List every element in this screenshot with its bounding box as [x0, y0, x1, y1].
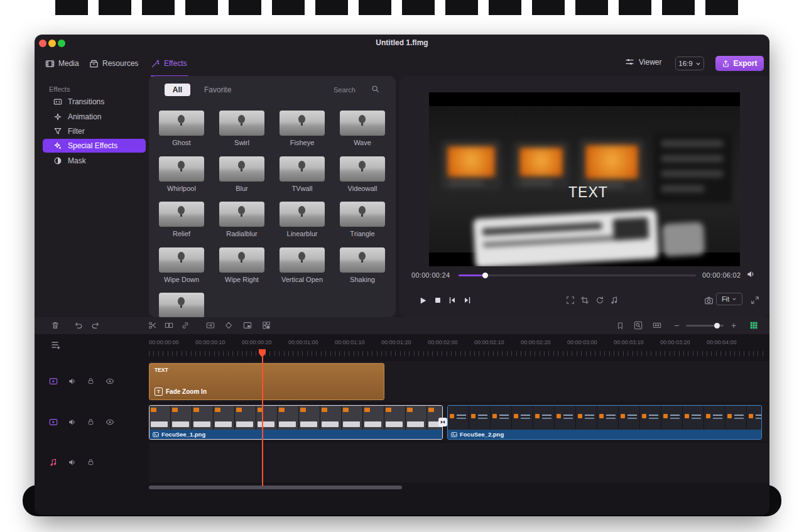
effect-thumbnail[interactable]: [219, 247, 264, 273]
tab-resources[interactable]: Resources: [89, 54, 138, 73]
mute-toggle[interactable]: [68, 458, 77, 467]
effect-thumbnail[interactable]: [340, 156, 385, 182]
fullscreen-icon[interactable]: [749, 294, 761, 307]
effect-card[interactable]: Relief: [159, 202, 204, 237]
film-frame: [235, 406, 256, 430]
transition-handle[interactable]: [438, 418, 447, 426]
effect-thumbnail[interactable]: [280, 247, 325, 273]
crop-icon[interactable]: [579, 294, 591, 307]
timeline-ruler[interactable]: 00:00:00:0000:00:00:1000:00:00:2000:00:0…: [35, 334, 769, 356]
zoom-slider[interactable]: [686, 321, 724, 330]
effect-card[interactable]: TVwall: [280, 156, 325, 192]
lock-toggle[interactable]: [87, 458, 95, 467]
fit-select[interactable]: Fit: [716, 293, 742, 305]
zoom-select-button[interactable]: [631, 318, 645, 332]
pip-button[interactable]: [241, 318, 254, 332]
sidebar-item-animation[interactable]: Animation: [43, 110, 146, 124]
video-clip-2[interactable]: FocuSee_2.png: [447, 405, 762, 440]
video-clip-1[interactable]: FocuSee_1.png: [149, 405, 443, 440]
zoom-in-button[interactable]: +: [727, 318, 741, 332]
preview-progress-handle[interactable]: [482, 273, 488, 278]
effect-label: Radialblur: [219, 230, 264, 237]
mute-toggle[interactable]: [68, 377, 77, 386]
effect-card[interactable]: Radialblur: [219, 202, 264, 237]
tab-media[interactable]: Media: [45, 54, 79, 73]
sidebar-item-filter[interactable]: Filter: [43, 124, 146, 138]
mixer-button[interactable]: [259, 318, 273, 332]
effect-thumbnail[interactable]: [340, 111, 385, 136]
film-frame: [406, 406, 427, 430]
marker-button[interactable]: [613, 318, 627, 332]
film-frame: [640, 406, 661, 430]
effect-card[interactable]: [159, 293, 204, 317]
effect-thumbnail[interactable]: [159, 293, 204, 317]
effect-thumbnail[interactable]: [340, 202, 385, 227]
split-button[interactable]: [162, 318, 176, 332]
sidebar-item-transitions[interactable]: Transitions: [43, 95, 146, 109]
effect-card[interactable]: Linearblur: [280, 202, 325, 237]
preview-progress-bar[interactable]: [459, 274, 696, 276]
video-preview: TEXT: [429, 92, 740, 266]
text-clip[interactable]: TEXT T Fade Zoom In: [149, 363, 384, 400]
stop-button[interactable]: [432, 294, 444, 307]
lock-toggle[interactable]: [87, 418, 95, 426]
aspect-ratio-select[interactable]: 16:9: [675, 57, 704, 70]
delete-button[interactable]: [48, 318, 62, 332]
effect-thumbnail[interactable]: [159, 247, 204, 273]
previous-frame-button[interactable]: [446, 294, 459, 307]
effect-card[interactable]: Blur: [219, 156, 264, 192]
effect-card[interactable]: Fisheye: [280, 111, 325, 146]
timeline-scrollbar[interactable]: [149, 486, 402, 489]
effect-thumbnail[interactable]: [159, 111, 204, 136]
effect-thumbnail[interactable]: [219, 202, 264, 227]
effect-card[interactable]: Triangle: [340, 202, 385, 237]
effect-card[interactable]: Whirlpool: [159, 156, 204, 192]
transition-button[interactable]: [204, 318, 217, 332]
visibility-toggle[interactable]: [106, 377, 114, 386]
snapshot-camera-icon[interactable]: [702, 294, 715, 307]
effect-card[interactable]: Vertical Open: [280, 247, 325, 283]
sidebar-item-special-effects[interactable]: Special Effects: [43, 139, 146, 153]
effect-thumbnail[interactable]: [280, 111, 325, 136]
effect-card[interactable]: Wipe Down: [159, 247, 204, 283]
effect-thumbnail[interactable]: [280, 156, 325, 182]
effect-card[interactable]: Videowall: [340, 156, 385, 192]
music-note-icon[interactable]: [608, 294, 621, 307]
effect-thumbnail[interactable]: [159, 156, 204, 182]
effect-thumbnail[interactable]: [340, 247, 385, 273]
visibility-toggle[interactable]: [106, 418, 114, 426]
effect-card[interactable]: Swirl: [219, 111, 264, 146]
link-button[interactable]: [178, 318, 192, 332]
undo-button[interactable]: [72, 318, 85, 332]
effect-thumbnail[interactable]: [219, 156, 264, 182]
lock-toggle[interactable]: [87, 377, 95, 386]
export-button[interactable]: Export: [715, 56, 764, 71]
rotate-icon[interactable]: [594, 294, 606, 307]
viewer-toggle[interactable]: Viewer: [625, 57, 661, 67]
keyframe-button[interactable]: [222, 318, 236, 332]
sidebar-item-mask[interactable]: Mask: [43, 154, 146, 168]
tab-effects[interactable]: Effects: [151, 54, 187, 73]
redo-button[interactable]: [89, 318, 102, 332]
effect-thumbnail[interactable]: [280, 202, 325, 227]
effect-thumbnail[interactable]: [159, 202, 204, 227]
effect-card[interactable]: Shaking: [340, 247, 385, 283]
playhead[interactable]: [259, 349, 266, 357]
play-button[interactable]: [416, 294, 429, 307]
cut-button[interactable]: [146, 318, 160, 332]
zoom-out-button[interactable]: −: [670, 318, 683, 332]
next-frame-button[interactable]: [461, 294, 474, 307]
volume-icon[interactable]: [746, 269, 756, 279]
effect-card[interactable]: Ghost: [159, 111, 204, 146]
effect-thumbnail[interactable]: [219, 111, 264, 136]
mask-frame-icon[interactable]: [564, 294, 577, 307]
track-manager-icon[interactable]: [51, 340, 61, 350]
preview-window-thumb: [580, 139, 644, 191]
audio-meter-button[interactable]: [747, 318, 761, 332]
effect-card[interactable]: Wipe Right: [219, 247, 264, 283]
mute-toggle[interactable]: [68, 418, 77, 426]
fit-timeline-button[interactable]: [650, 318, 664, 332]
zoom-slider-handle[interactable]: [714, 323, 720, 328]
ruler-label: 00:00:02:00: [428, 339, 458, 345]
effect-card[interactable]: Wave: [340, 111, 385, 146]
